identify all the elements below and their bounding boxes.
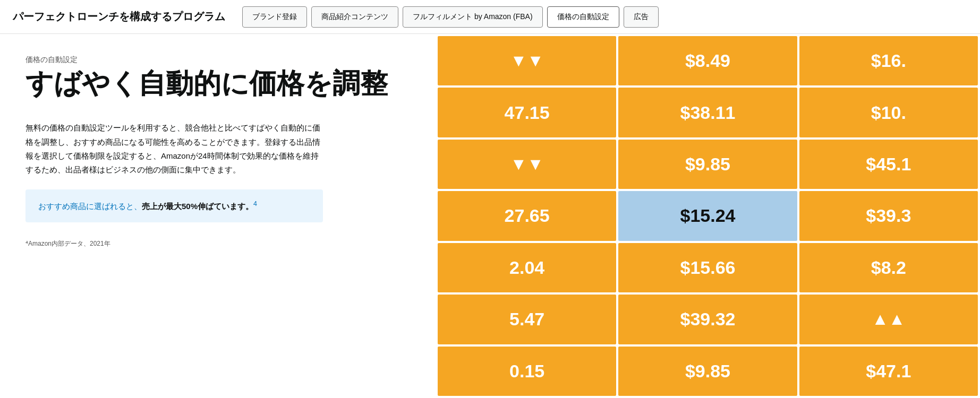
page-title: パーフェクトローンチを構成するプログラム: [13, 10, 225, 24]
arrow-up-icon: ▲▲: [872, 309, 905, 329]
price-value: $39.3: [866, 205, 911, 226]
price-cell: ▲▲: [799, 295, 978, 344]
main-heading: すばやく自動的に価格を調整: [25, 67, 410, 100]
price-cell: 0.15: [438, 347, 616, 396]
price-cell: 2.04: [438, 243, 616, 292]
price-value: 0.15: [509, 361, 544, 382]
price-cell: $9.85: [618, 140, 797, 189]
nav-button-pricing[interactable]: 価格の自動設定: [547, 6, 619, 28]
price-grid: ▼▼ $8.49 $16. 47.15 $38.11 $10. ▼▼: [436, 34, 980, 398]
arrow-down-icon: ▼▼: [510, 51, 543, 71]
left-panel: 価格の自動設定 すばやく自動的に価格を調整 無料の価格の自動設定ツールを利用する…: [0, 34, 436, 398]
price-cell: ▼▼: [438, 36, 616, 85]
price-cell: $47.1: [799, 347, 978, 396]
highlight-text: おすすめ商品に選ばれると、売上が最大50%伸ばています。4: [38, 200, 310, 212]
nav-button-content[interactable]: 商品紹介コンテンツ: [311, 6, 398, 28]
highlight-text-before: おすすめ商品に選ばれると、: [38, 202, 142, 211]
highlight-box: おすすめ商品に選ばれると、売上が最大50%伸ばています。4: [25, 189, 323, 222]
price-cell: $8.2: [799, 243, 978, 292]
price-cell: $16.: [799, 36, 978, 85]
nav-button-ads[interactable]: 広告: [624, 6, 659, 28]
price-cell: $39.32: [618, 295, 797, 344]
main-content: 価格の自動設定 すばやく自動的に価格を調整 無料の価格の自動設定ツールを利用する…: [0, 34, 980, 398]
price-cell: $8.49: [618, 36, 797, 85]
price-value: $38.11: [680, 102, 735, 123]
price-value: $10.: [871, 102, 906, 123]
price-value: $45.1: [866, 154, 911, 175]
footnote: ⁴Amazon内部データ、2021年: [25, 239, 410, 248]
price-value: 5.47: [509, 309, 544, 330]
price-cell: $10.: [799, 88, 978, 137]
price-cell: $45.1: [799, 140, 978, 189]
right-panel: ▼▼ $8.49 $16. 47.15 $38.11 $10. ▼▼: [436, 34, 980, 398]
description-text: 無料の価格の自動設定ツールを利用すると、競合他社と比べてすばやく自動的に価格を調…: [25, 121, 323, 177]
price-cell-highlight: $15.24: [618, 191, 797, 240]
price-cell: 5.47: [438, 295, 616, 344]
price-value: 2.04: [509, 257, 544, 278]
price-value: $15.24: [680, 205, 735, 226]
price-cell: $39.3: [799, 191, 978, 240]
highlight-text-bold: 売上が最大50%伸ばています。: [142, 202, 253, 211]
price-cell: $9.85: [618, 347, 797, 396]
nav-button-fba[interactable]: フルフィルメント by Amazon (FBA): [403, 6, 543, 28]
price-value: $9.85: [685, 361, 730, 382]
price-cell: $15.66: [618, 243, 797, 292]
nav-button-brand[interactable]: ブランド登録: [242, 6, 307, 28]
price-value: 27.65: [505, 205, 550, 226]
highlight-superscript: 4: [253, 200, 257, 207]
price-value: $39.32: [680, 309, 735, 330]
section-label: 価格の自動設定: [25, 55, 410, 65]
price-value: $15.66: [680, 257, 735, 278]
price-value: $16.: [871, 50, 906, 71]
price-value: $8.2: [871, 257, 906, 278]
price-value: $47.1: [866, 361, 911, 382]
price-value: $9.85: [685, 154, 730, 175]
top-navigation: パーフェクトローンチを構成するプログラム ブランド登録 商品紹介コンテンツ フル…: [0, 0, 980, 34]
arrow-down-icon: ▼▼: [510, 154, 543, 174]
price-cell: 47.15: [438, 88, 616, 137]
price-cell: ▼▼: [438, 140, 616, 189]
price-value: $8.49: [685, 50, 730, 71]
price-value: 47.15: [505, 102, 550, 123]
price-cell: 27.65: [438, 191, 616, 240]
price-cell: $38.11: [618, 88, 797, 137]
